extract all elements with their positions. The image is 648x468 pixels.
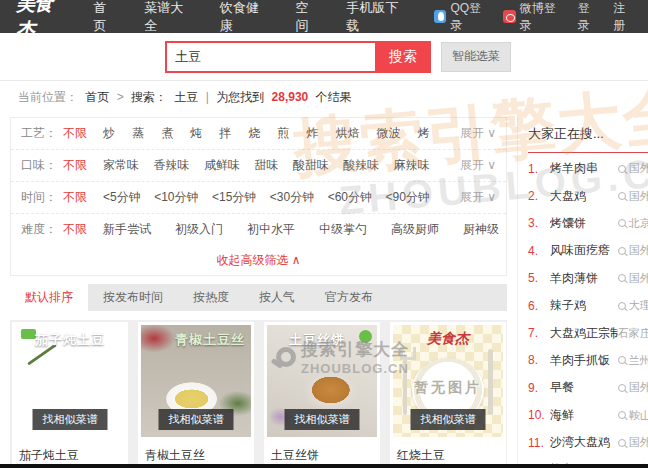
filter-option[interactable]: 微波 [377,125,401,142]
tab-by-heat[interactable]: 按热度 [178,284,244,311]
filter-option[interactable]: <60分钟 [328,189,372,206]
filter-option[interactable]: <15分钟 [212,189,256,206]
nav-item-health[interactable]: 饮食健康 [220,0,270,35]
register-link[interactable]: 注册 [613,0,636,34]
hot-search-name[interactable]: 羊肉手抓饭 [550,352,618,369]
filter-label: 口味： [21,157,63,174]
nav-item-mobile[interactable]: 手机版下载 [346,0,408,35]
find-similar-button[interactable]: 找相似菜谱 [285,409,360,430]
filter-option[interactable]: <10分钟 [154,189,198,206]
filter-option[interactable]: 炸 [307,125,319,142]
location-label: 兰州 [629,353,648,368]
result-found-prefix: 为您找到 [216,90,264,104]
filter-option[interactable]: 麻辣味 [394,157,430,174]
filter-option[interactable]: 酸辣味 [343,157,379,174]
filter-option[interactable]: 炖 [190,125,202,142]
hot-search-name[interactable]: 羊肉薄饼 [550,270,618,287]
weibo-login-link[interactable]: 微博登录 [503,0,564,34]
filter-option[interactable]: 甜味 [254,157,278,174]
find-similar-button[interactable]: 找相似菜谱 [411,409,486,430]
hot-search-name[interactable]: 早餐 [550,379,618,396]
filter-option[interactable]: 初级入门 [175,221,223,238]
smart-select-button[interactable]: 智能选菜 [441,42,511,72]
filter-option[interactable]: 新手尝试 [103,221,151,238]
hot-search-item[interactable]: 9. 早餐 国外 [528,374,648,401]
filter-option[interactable]: 初中水平 [247,221,295,238]
filter-option[interactable]: 拌 [219,125,231,142]
filter-option[interactable]: 家常味 [103,157,139,174]
tab-default-sort[interactable]: 默认排序 [10,284,88,311]
nav-item-space[interactable]: 空间 [295,0,320,35]
expand-link[interactable]: 展开 ∨ [460,189,496,206]
recipe-image[interactable]: 土豆丝饼 找相似菜谱 [267,325,377,437]
hot-search-item[interactable]: 8. 羊肉手抓饭 兰州 [528,347,648,374]
filter-option[interactable]: 炒 [103,125,115,142]
breadcrumb-home-link[interactable]: 首页 [85,90,109,104]
recipe-image[interactable]: 青椒土豆丝 找相似菜谱 [141,325,251,437]
tab-official[interactable]: 官方发布 [310,284,388,311]
hot-search-item[interactable]: 3. 烤馕饼 北京 [528,210,648,237]
recipe-image[interactable]: 茄子炖土豆 找相似菜谱 [15,325,125,437]
filter-option[interactable]: <30分钟 [270,189,314,206]
site-logo[interactable]: 美食杰 [16,0,67,43]
filter-option-any[interactable]: 不限 [63,157,87,174]
location-label: 国外 [629,380,648,395]
filter-row-taste: 口味： 不限 家常味 香辣味 咸鲜味 甜味 酸甜味 酸辣味 麻辣味 展开 ∨ [11,150,506,182]
hot-search-item[interactable]: 2. 大盘鸡 国外 [528,182,648,209]
hot-search-item[interactable]: 1. 烤羊肉串 国外 [528,155,648,182]
hot-search-item[interactable]: 10. 海鲜 鞍山 [528,402,648,429]
filter-option[interactable]: 酸甜味 [293,157,329,174]
filter-option-any[interactable]: 不限 [63,221,87,238]
filter-option[interactable]: 高级厨师 [391,221,439,238]
filter-option[interactable]: 煮 [161,125,173,142]
filter-option[interactable]: 中级掌勺 [319,221,367,238]
hot-search-name[interactable]: 海鲜 [550,407,618,424]
filter-option[interactable]: 厨神级 [463,221,499,238]
filter-option[interactable]: 咸鲜味 [204,157,240,174]
filter-option[interactable]: <90分钟 [385,189,429,206]
tab-by-popularity[interactable]: 按人气 [244,284,310,311]
qq-login-link[interactable]: QQ登录 [434,0,490,34]
filter-option[interactable]: <5分钟 [103,189,141,206]
search-button[interactable]: 搜索 [375,41,431,73]
find-similar-button[interactable]: 找相似菜谱 [159,409,234,430]
hot-search-name[interactable]: 辣子鸡 [550,297,618,314]
hot-search-item[interactable]: 4. 风味面疙瘩 国外 [528,237,648,264]
recipe-card-list: 茄子炖土豆 找相似菜谱 茄子炖土豆 青椒土豆丝 找相似菜谱 青椒土豆丝 土豆丝 [10,320,507,468]
rank-label: 7. [528,326,550,340]
recipe-image-placeholder[interactable]: 美食杰 暂无图片 找相似菜谱 [393,325,503,437]
filter-options: 炒 蒸 煮 炖 拌 烧 煎 炸 烘焙 微波 烤 [103,125,430,142]
result-count: 28,930 [272,90,309,104]
login-link[interactable]: 登录 [578,0,601,34]
collapse-advanced-filter-link[interactable]: 收起高级筛选 ∧ [11,245,506,275]
filter-option-any[interactable]: 不限 [63,189,87,206]
hot-search-name[interactable]: 大盘鸡 [550,188,618,205]
filter-option[interactable]: 蒸 [132,125,144,142]
location-label: 国外 [629,271,648,286]
filter-option[interactable]: 煎 [277,125,289,142]
hot-search-item[interactable]: 7. 大盘鸡正宗制法 石家庄 [528,319,648,346]
filter-option[interactable]: 烧 [248,125,260,142]
hot-search-name[interactable]: 沙湾大盘鸡 [550,434,618,451]
filter-option[interactable]: 香辣味 [153,157,189,174]
expand-link[interactable]: 展开 ∨ [460,125,496,142]
find-similar-button[interactable]: 找相似菜谱 [33,409,108,430]
hot-search-name[interactable]: 大盘鸡正宗制法 [550,325,618,342]
filter-option-any[interactable]: 不限 [63,125,87,142]
nav-item-home[interactable]: 首页 [93,0,118,35]
rank-label: 10. [528,408,550,422]
filter-option[interactable]: 烤 [418,125,430,142]
hot-search-name[interactable]: 烤馕饼 [550,215,618,232]
filter-row-time: 时间： 不限 <5分钟 <10分钟 <15分钟 <30分钟 <60分钟 <90分… [11,182,506,214]
search-input[interactable] [165,41,375,73]
filter-option[interactable]: 烘焙 [336,125,360,142]
hot-search-item[interactable]: 5. 羊肉薄饼 国外 [528,265,648,292]
hot-search-name[interactable]: 烤羊肉串 [550,160,618,177]
expand-link[interactable]: 展开 ∨ [460,157,496,174]
hot-search-name[interactable]: 风味面疙瘩 [550,242,618,259]
tab-by-publish-time[interactable]: 按发布时间 [88,284,178,311]
location-label: 大理 [629,298,648,313]
nav-item-recipes[interactable]: 菜谱大全 [144,0,194,35]
hot-search-item[interactable]: 11. 沙湾大盘鸡 国外 [528,429,648,456]
hot-search-item[interactable]: 6. 辣子鸡 大理 [528,292,648,319]
